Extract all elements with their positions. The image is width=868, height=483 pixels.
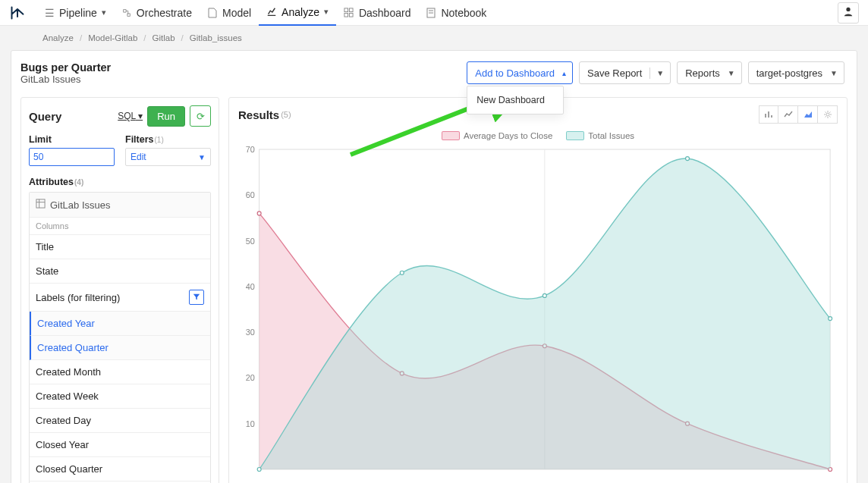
page-title: Bugs per Quarter — [20, 61, 111, 74]
query-title: Query — [29, 110, 61, 123]
crumb[interactable]: Model-Gitlab — [88, 33, 137, 42]
label: Dashboard — [359, 7, 411, 19]
results-count: (5) — [281, 110, 291, 119]
svg-point-22 — [257, 468, 261, 472]
add-to-dashboard-menu: New Dashboard — [467, 86, 564, 114]
attribute-group[interactable]: GitLab Issues — [30, 193, 210, 218]
label: Analyze — [281, 6, 319, 18]
attribute-label: State — [36, 265, 58, 277]
chevron-down-icon: ▾ — [324, 7, 329, 17]
attribute-item[interactable]: Created Week — [30, 384, 210, 409]
attribute-item[interactable]: Created Month — [30, 360, 210, 384]
svg-text:30: 30 — [246, 328, 255, 337]
add-to-dashboard-button[interactable]: Add to Dashboard ▴ — [467, 61, 573, 84]
label: Model — [222, 7, 251, 19]
svg-rect-6 — [36, 199, 45, 208]
nav-analyze[interactable]: Analyze ▾ — [259, 0, 336, 26]
svg-text:70: 70 — [246, 146, 255, 154]
caret-up-icon: ▴ — [562, 69, 572, 77]
caret-down-icon: ▼ — [728, 69, 741, 77]
svg-text:10: 10 — [246, 419, 255, 428]
branch-icon — [121, 8, 132, 18]
line-chart-button[interactable] — [778, 105, 798, 124]
nav-pipeline[interactable]: ☰ Pipeline ▾ — [36, 0, 114, 26]
page-header: Bugs per Quarter GitLab Issues Add to Da… — [11, 51, 857, 91]
legend-avg-days[interactable]: Average Days to Close — [442, 131, 552, 140]
svg-text:20: 20 — [246, 373, 255, 382]
user-menu-button[interactable] — [838, 2, 859, 24]
reports-button[interactable]: Reports ▼ — [677, 61, 741, 84]
svg-point-17 — [257, 212, 261, 215]
legend-total-issues[interactable]: Total Issues — [566, 131, 634, 140]
breadcrumb: Analyze/ Model-Gitlab/ Gitlab/ Gitlab_is… — [0, 26, 868, 50]
chart-icon — [266, 7, 277, 17]
attribute-item[interactable]: Created Quarter — [30, 336, 210, 360]
nav-notebook[interactable]: Notebook — [418, 0, 494, 26]
svg-rect-3 — [350, 13, 354, 17]
filters-label: Filters(1) — [125, 134, 211, 145]
sql-toggle[interactable]: SQL ▾ — [118, 111, 143, 121]
label: Orchestrate — [137, 7, 192, 19]
svg-point-26 — [829, 317, 832, 321]
limit-input[interactable] — [29, 148, 115, 166]
svg-point-23 — [400, 271, 404, 274]
area-chart-button[interactable] — [798, 105, 818, 124]
crumb[interactable]: Gitlab — [153, 33, 175, 42]
results-title: Results — [238, 108, 279, 121]
refresh-icon: ⟳ — [197, 111, 205, 122]
attribute-label: Created Quarter — [37, 342, 108, 353]
crumb[interactable]: Gitlab_issues — [190, 33, 242, 42]
attribute-item[interactable]: Labels (for filtering) — [30, 284, 210, 312]
attribute-item[interactable]: State — [30, 259, 210, 284]
label: Pipeline — [59, 7, 97, 19]
page-card: Bugs per Quarter GitLab Issues Add to Da… — [11, 50, 857, 483]
svg-text:40: 40 — [246, 282, 255, 291]
chart-settings-button[interactable] — [818, 105, 838, 124]
chart: 10203040506070 — [238, 146, 838, 472]
attribute-label: Created Year — [37, 318, 95, 329]
attribute-label: Title — [36, 241, 54, 252]
attribute-item[interactable]: Closed Quarter — [30, 457, 210, 481]
svg-rect-2 — [344, 13, 348, 17]
filter-icon[interactable] — [189, 290, 204, 305]
attribute-label: Created Day — [36, 415, 91, 426]
attribute-label: Created Month — [36, 366, 101, 378]
top-nav: ☰ Pipeline ▾ Orchestrate Model Analyze ▾… — [0, 0, 868, 26]
attribute-label: Closed Quarter — [36, 463, 102, 475]
chart-legend: Average Days to Close Total Issues — [238, 131, 838, 140]
attribute-item[interactable]: Closed Year — [30, 433, 210, 457]
nav-model[interactable]: Model — [200, 0, 259, 26]
attribute-item[interactable]: Created Year — [30, 312, 210, 336]
grid-icon — [344, 8, 354, 18]
refresh-button[interactable]: ⟳ — [190, 105, 211, 127]
page-subtitle: GitLab Issues — [20, 74, 111, 85]
list-icon: ☰ — [44, 8, 55, 18]
svg-text:60: 60 — [246, 190, 255, 199]
nav-orchestrate[interactable]: Orchestrate — [114, 0, 200, 26]
caret-down-icon[interactable]: ▼ — [650, 69, 670, 77]
bar-chart-button[interactable] — [759, 105, 778, 124]
new-dashboard-option[interactable]: New Dashboard — [467, 89, 563, 111]
user-icon — [843, 6, 854, 19]
label: Notebook — [441, 7, 486, 19]
attribute-item[interactable]: Created Day — [30, 409, 210, 433]
attributes-heading: Attributes(4) — [29, 177, 211, 187]
run-button[interactable]: Run — [147, 106, 185, 127]
save-report-button[interactable]: Save Report ▼ — [579, 61, 671, 84]
svg-point-7 — [826, 113, 829, 116]
attribute-label: Closed Year — [36, 439, 89, 450]
target-select[interactable]: target-postgres ▼ — [748, 61, 844, 84]
svg-rect-1 — [350, 8, 354, 12]
results-panel: Results (5) Average Days to Close Total … — [228, 97, 848, 483]
svg-point-5 — [846, 8, 850, 11]
nav-dashboard[interactable]: Dashboard — [336, 0, 419, 26]
caret-down-icon: ▼ — [830, 69, 844, 77]
table-icon — [36, 199, 46, 211]
caret-down-icon: ▼ — [198, 153, 206, 162]
logo — [9, 5, 26, 21]
filters-select[interactable]: Edit ▼ — [125, 148, 211, 166]
crumb[interactable]: Analyze — [42, 33, 74, 42]
attribute-item[interactable]: Title — [30, 235, 210, 259]
svg-point-25 — [686, 157, 690, 161]
chart-type-toggles — [759, 105, 838, 124]
